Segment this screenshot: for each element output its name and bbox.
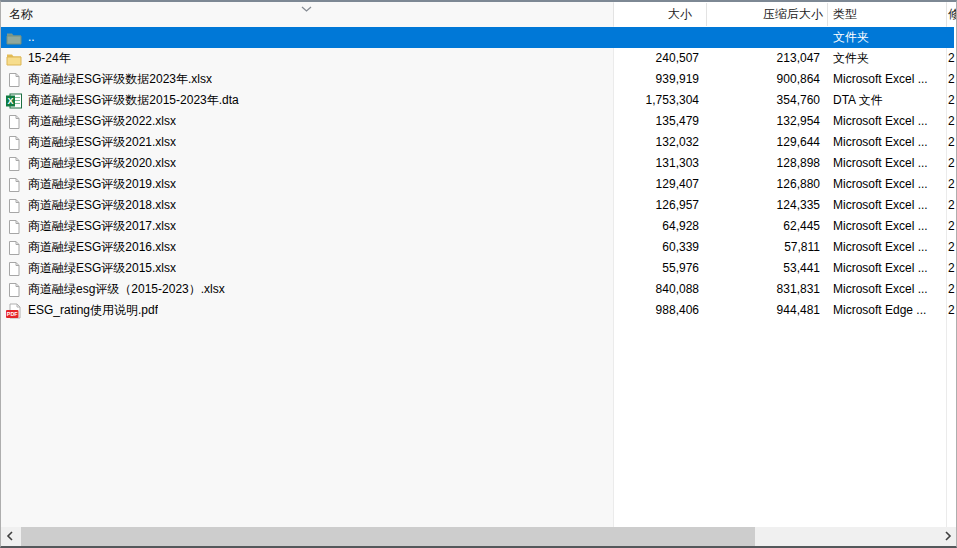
file-type: Microsoft Excel ... [827,195,946,216]
column-header-packed[interactable]: 压缩后大小 [706,2,827,27]
file-size: 988,406 [613,300,706,321]
folder-up-icon [6,30,22,46]
file-packed-size: 124,335 [706,195,827,216]
file-type: Microsoft Excel ... [827,258,946,279]
file-packed-size [706,27,827,48]
file-type: 文件夹 [827,27,946,48]
file-packed-size: 62,445 [706,216,827,237]
header-separator [613,3,614,26]
file-packed-size: 53,441 [706,258,827,279]
archive-file-list-window: 名称 大小 压缩后大小 类型 修 .. 文件夹 15-24年 240, [0,0,957,548]
file-icon [6,219,22,235]
scroll-right-button[interactable] [939,527,956,546]
file-row[interactable]: PDF ESG_rating使用说明.pdf 988,406 944,481 M… [1,300,956,321]
file-name: 商道融绿ESG评级2022.xlsx [28,111,176,132]
file-name: 商道融绿ESG评级2018.xlsx [28,195,176,216]
file-modified-partial: 2 [946,174,956,195]
column-headers: 名称 大小 压缩后大小 类型 修 [1,2,956,27]
file-name: 商道融绿ESG评级2017.xlsx [28,216,176,237]
file-row[interactable]: 15-24年 240,507 213,047 文件夹 2 [1,48,956,69]
file-modified-partial: 2 [946,258,956,279]
column-header-size[interactable]: 大小 [613,2,706,27]
scrollbar-thumb[interactable] [21,527,755,546]
file-size: 131,303 [613,153,706,174]
file-row[interactable]: 商道融绿ESG评级2020.xlsx 131,303 128,898 Micro… [1,153,956,174]
column-header-modified[interactable]: 修 [946,2,956,27]
file-type: Microsoft Excel ... [827,279,946,300]
file-modified-partial: 2 [946,195,956,216]
file-packed-size: 354,760 [706,90,827,111]
file-row[interactable]: 商道融绿ESG评级2019.xlsx 129,407 126,880 Micro… [1,174,956,195]
file-modified-partial: 2 [946,69,956,90]
file-icon [6,261,22,277]
file-modified-partial: 2 [946,153,956,174]
file-size: 129,407 [613,174,706,195]
file-row[interactable]: 商道融绿ESG评级2022.xlsx 135,479 132,954 Micro… [1,111,956,132]
file-icon [6,282,22,298]
file-type: Microsoft Excel ... [827,153,946,174]
scroll-left-button[interactable] [1,527,18,546]
file-list: 名称 大小 压缩后大小 类型 修 .. 文件夹 15-24年 240, [1,2,956,527]
file-name: 15-24年 [28,48,71,69]
file-icon [6,114,22,130]
file-row[interactable]: 商道融绿esg评级（2015-2023）.xlsx 840,088 831,83… [1,279,956,300]
file-type: Microsoft Excel ... [827,69,946,90]
file-packed-size: 213,047 [706,48,827,69]
horizontal-scrollbar[interactable] [1,527,956,546]
file-size: 939,919 [613,69,706,90]
chevron-left-icon [6,530,14,544]
chevron-right-icon [944,530,952,544]
file-packed-size: 126,880 [706,174,827,195]
file-icon [6,177,22,193]
file-row[interactable]: 商道融绿ESG评级2018.xlsx 126,957 124,335 Micro… [1,195,956,216]
file-icon [6,135,22,151]
file-type: Microsoft Excel ... [827,111,946,132]
file-size: 55,976 [613,258,706,279]
file-size: 840,088 [613,279,706,300]
file-packed-size: 129,644 [706,132,827,153]
file-row[interactable]: 商道融绿ESG评级2015.xlsx 55,976 53,441 Microso… [1,258,956,279]
file-name: 商道融绿esg评级（2015-2023）.xlsx [28,279,225,300]
file-packed-size: 831,831 [706,279,827,300]
file-type: Microsoft Excel ... [827,174,946,195]
file-name: 商道融绿ESG评级2016.xlsx [28,237,176,258]
file-icon [6,72,22,88]
file-name: 商道融绿ESG评级数据2023年.xlsx [28,69,212,90]
folder-icon [6,51,22,67]
file-name: 商道融绿ESG评级2015.xlsx [28,258,176,279]
file-name: 商道融绿ESG评级2021.xlsx [28,132,176,153]
file-size: 126,957 [613,195,706,216]
file-packed-size: 128,898 [706,153,827,174]
file-modified-partial: 2 [946,90,956,111]
file-modified-partial: 2 [946,279,956,300]
file-type: 文件夹 [827,48,946,69]
file-size: 1,753,304 [613,90,706,111]
file-packed-size: 944,481 [706,300,827,321]
svg-text:X: X [7,96,13,106]
column-header-type[interactable]: 类型 [827,2,946,27]
file-icon [6,198,22,214]
file-name: .. [28,27,35,48]
file-size: 60,339 [613,237,706,258]
file-size: 64,928 [613,216,706,237]
file-type: Microsoft Edge ... [827,300,946,321]
header-separator [706,3,707,26]
file-size: 240,507 [613,48,706,69]
file-type: Microsoft Excel ... [827,237,946,258]
file-row[interactable]: 商道融绿ESG评级数据2023年.xlsx 939,919 900,864 Mi… [1,69,956,90]
file-row[interactable]: X 商道融绿ESG评级数据2015-2023年.dta 1,753,304 35… [1,90,956,111]
file-row[interactable]: 商道融绿ESG评级2017.xlsx 64,928 62,445 Microso… [1,216,956,237]
header-separator [827,3,828,26]
file-type: Microsoft Excel ... [827,132,946,153]
file-modified-partial: 2 [946,111,956,132]
file-row[interactable]: .. 文件夹 [1,27,956,48]
file-name: ESG_rating使用说明.pdf [28,300,158,321]
file-modified-partial: 2 [946,237,956,258]
file-name: 商道融绿ESG评级2020.xlsx [28,153,176,174]
excel-file-icon: X [6,93,22,109]
scrollbar-track[interactable] [18,527,939,546]
file-row[interactable]: 商道融绿ESG评级2016.xlsx 60,339 57,811 Microso… [1,237,956,258]
file-rows: .. 文件夹 15-24年 240,507 213,047 文件夹 2 商道融绿… [1,27,956,321]
file-row[interactable]: 商道融绿ESG评级2021.xlsx 132,032 129,644 Micro… [1,132,956,153]
svg-text:PDF: PDF [7,311,18,317]
